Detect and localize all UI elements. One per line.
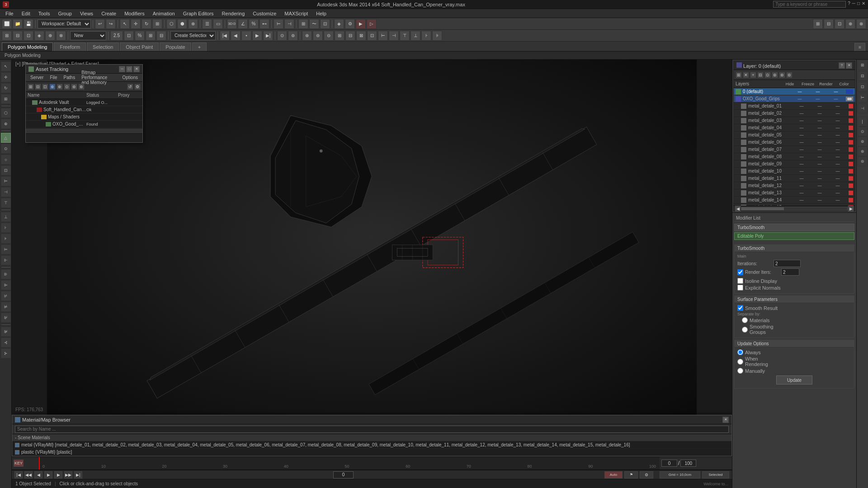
tab-add[interactable]: +: [192, 42, 207, 51]
pb-key-btn[interactable]: KEY: [14, 460, 24, 467]
tb2-btn21[interactable]: ⊝: [324, 31, 334, 41]
lt-btn-helpers[interactable]: ⊢: [1, 176, 11, 186]
layer-row-m02[interactable]: metal_detale_02 — — —: [734, 110, 855, 117]
tb-mirror[interactable]: ⊢: [274, 19, 283, 29]
tb-link[interactable]: ⬡: [166, 19, 176, 29]
tab-populate[interactable]: Populate: [160, 42, 191, 51]
tb2-btn15[interactable]: ▶: [252, 31, 262, 41]
material-title-bar[interactable]: Material/Map Browser ✕: [12, 415, 731, 424]
tb2-btn10[interactable]: ⊞: [146, 31, 156, 41]
asset-tb-settings[interactable]: ⚙: [134, 84, 141, 90]
ts-render-iters-check[interactable]: [737, 269, 743, 275]
pb-next-key[interactable]: ▶▶: [64, 471, 72, 479]
update-section-header[interactable]: Update Options: [735, 340, 854, 347]
tb2-btn27[interactable]: ⊣: [389, 31, 399, 41]
tb-right5[interactable]: ⊗: [856, 19, 866, 29]
asset-scroll[interactable]: [26, 128, 142, 133]
asset-menu-bitmap[interactable]: Bitmap Performance and Memory: [79, 70, 118, 85]
surface-section-header[interactable]: Surface Parameters: [735, 296, 854, 303]
layer-row-m03[interactable]: metal_detale_03 — — —: [734, 117, 855, 124]
frp-btn5[interactable]: ⊣: [858, 103, 868, 113]
mod-nav-5[interactable]: ⊜: [858, 156, 868, 166]
frp-btn4[interactable]: ⊢: [858, 93, 868, 103]
tb2-mode-select[interactable]: New: [70, 31, 106, 40]
tb-right2[interactable]: ⊟: [824, 19, 834, 29]
layers-scroll-right[interactable]: ▶: [848, 206, 854, 212]
layers-tb-btn3[interactable]: +: [750, 72, 756, 78]
tab-freeform[interactable]: Freeform: [54, 42, 86, 51]
layers-scroll-track[interactable]: [741, 207, 848, 211]
asset-tb-btn7[interactable]: ⊚: [71, 84, 77, 90]
tb2-btn29[interactable]: ⊥: [410, 31, 420, 41]
lt-btn-extra1[interactable]: ⊪: [1, 269, 11, 279]
tb-percent-snap[interactable]: %: [249, 19, 259, 29]
tb-material-editor[interactable]: ◈: [334, 19, 344, 29]
layer-row-m08[interactable]: metal_detale_08 — — —: [734, 153, 855, 160]
asset-tb-btn4[interactable]: ⊕: [49, 84, 56, 90]
tb-rect-select[interactable]: ▭: [213, 19, 223, 29]
help-btn[interactable]: ?: [848, 1, 850, 8]
tb2-btn13[interactable]: ◀: [231, 31, 241, 41]
ts-section-header[interactable]: TurboSmooth: [735, 245, 854, 252]
tb2-btn3[interactable]: ⊡: [24, 31, 33, 41]
timeline-track[interactable]: 0 10 20 30 40 50 60 70 80 90 100: [39, 457, 660, 469]
tb-render-setup[interactable]: ⚙: [345, 19, 355, 29]
layers-tb-btn6[interactable]: ⊚: [772, 72, 778, 78]
tb-render[interactable]: ▶: [356, 19, 366, 29]
tb-select[interactable]: ↖: [120, 19, 130, 29]
lt-btn-motion[interactable]: ⊧: [1, 234, 11, 244]
tb2-btn8[interactable]: ⊡: [124, 31, 134, 41]
asset-tb-btn1[interactable]: ⊞: [28, 84, 34, 90]
layers-close-btn[interactable]: ✕: [846, 62, 852, 69]
timeline-start-input[interactable]: [661, 460, 677, 467]
frp-btn3[interactable]: ⊡: [858, 82, 868, 92]
menu-customize[interactable]: Customize: [249, 10, 280, 17]
tb2-btn31[interactable]: ⊧: [432, 31, 442, 41]
pb-prev-frame[interactable]: ◀: [34, 471, 42, 479]
layers-tb-btn2[interactable]: ✕: [743, 72, 749, 78]
lt-btn-extra3[interactable]: ⊬: [1, 291, 11, 301]
tb-curve-editor[interactable]: 〜: [309, 19, 319, 29]
lt-btn-camera[interactable]: ⊡: [1, 165, 11, 175]
layer-row-m10[interactable]: metal_detale_10 — — —: [734, 168, 855, 175]
lt-btn-lights[interactable]: ☼: [1, 155, 11, 164]
layer-row-m12[interactable]: metal_detale_12 — — —: [734, 182, 855, 189]
tab-extra[interactable]: ≡: [854, 43, 865, 51]
tb2-btn14[interactable]: ▪: [241, 31, 251, 41]
pb-key-filter[interactable]: ⚙: [640, 471, 653, 479]
layers-tb-btn1[interactable]: ⊞: [736, 72, 742, 78]
layers-tb-btn5[interactable]: ⊙: [764, 72, 771, 78]
tb2-btn16[interactable]: ▶|: [263, 31, 273, 41]
ts-isoline-check[interactable]: [737, 278, 743, 284]
update-rendering-radio[interactable]: [737, 359, 743, 365]
menu-modifiers[interactable]: Modifiers: [121, 10, 148, 17]
lt-btn-spacewarps[interactable]: ⊣: [1, 187, 11, 197]
menu-file[interactable]: File: [2, 10, 17, 17]
menu-views[interactable]: Views: [76, 10, 97, 17]
menu-create[interactable]: Create: [98, 10, 120, 17]
lt-btn-geometry[interactable]: △: [1, 133, 11, 143]
mod-nav-4[interactable]: ⊛: [858, 146, 868, 156]
asset-tb-btn6[interactable]: ⊙: [64, 84, 70, 90]
search-box[interactable]: Type a keyword or phrase: [773, 1, 846, 8]
asset-menu-server[interactable]: Server: [28, 75, 46, 80]
tb2-btn22[interactable]: ⊞: [335, 31, 344, 41]
tab-polygon-modeling[interactable]: Polygon Modeling: [2, 42, 53, 51]
layer-row-m09[interactable]: metal_detale_09 — — —: [734, 160, 855, 168]
update-manually-radio[interactable]: [737, 368, 743, 374]
layer-row-m05[interactable]: metal_detale_05 — — —: [734, 131, 855, 139]
lt-btn-link[interactable]: ⬡: [1, 108, 11, 118]
mod-nav-2[interactable]: ⊙: [858, 127, 868, 136]
viewport[interactable]: [+] [Perspective] [Shaded + Edged Faces]…: [12, 60, 732, 415]
close-btn[interactable]: ✕: [862, 1, 865, 8]
tb2-btn20[interactable]: ⊜: [313, 31, 323, 41]
ts-render-iter-input[interactable]: [781, 268, 799, 276]
tb2-btn26[interactable]: ⊢: [378, 31, 388, 41]
layers-scroll-bar[interactable]: ◀ ▶: [734, 206, 855, 211]
asset-tb-btn2[interactable]: ⊟: [35, 84, 41, 90]
update-always-radio[interactable]: [737, 349, 743, 355]
layer-row-m07[interactable]: metal_detale_07 — — —: [734, 146, 855, 153]
tb2-btn12[interactable]: |◀: [220, 31, 230, 41]
tb-open[interactable]: 📁: [13, 19, 23, 29]
material-row-plastic[interactable]: plastic {VRayMtl} [plastic]: [12, 449, 731, 456]
